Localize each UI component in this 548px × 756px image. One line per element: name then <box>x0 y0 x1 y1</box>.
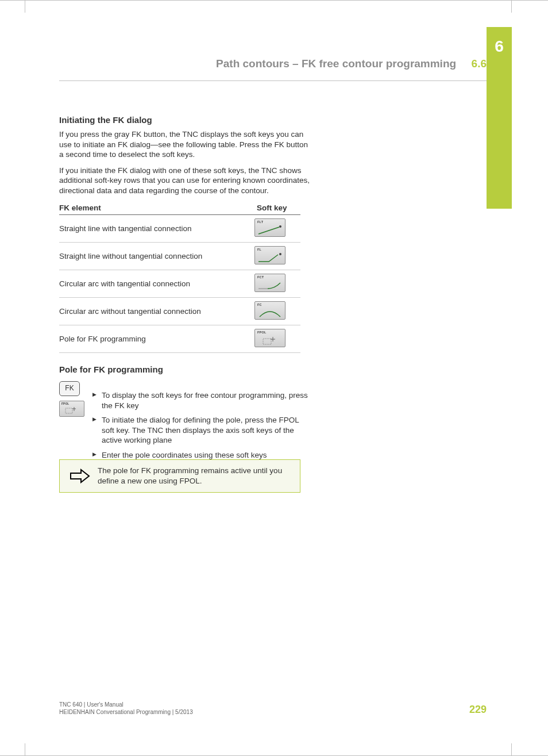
fk-desc: Circular arc without tangential connecti… <box>59 298 254 325</box>
softkey-label: FLT <box>257 220 263 224</box>
softkey-fpol-small: FPOL <box>59 401 84 417</box>
chapter-tab: 6 <box>487 27 512 209</box>
straight-tangent-icon <box>257 225 284 236</box>
note-arrow-icon <box>65 466 94 486</box>
crop-tick <box>25 0 25 13</box>
table-row: Pole for FK programming FPOL <box>59 325 300 353</box>
section-initiating: Initiating the FK dialog If you press th… <box>59 115 312 353</box>
page-title: Path contours – FK free contour programm… <box>216 57 456 70</box>
section-pole: Pole for FK programming FK FPOL To displ… <box>59 364 312 474</box>
page-footer: TNC 640 | User's Manual HEIDENHAIN Conve… <box>59 701 487 716</box>
step: To display the soft keys for free contou… <box>92 390 312 410</box>
softkey-label: FCT <box>257 275 264 279</box>
softkey-fpol: FPOL <box>254 329 285 347</box>
arc-tangent-icon <box>257 280 284 291</box>
softkey-fc: FC <box>254 301 285 320</box>
table-row: Circular arc with tangential connection … <box>59 270 300 298</box>
table-row: Circular arc without tangential connecti… <box>59 298 300 325</box>
arc-icon <box>257 308 284 319</box>
fk-desc: Straight line without tangential connect… <box>59 243 254 270</box>
fk-table: FK element Soft key Straight line with t… <box>59 201 300 353</box>
svg-rect-7 <box>65 408 72 413</box>
step: Enter the pole coordinates using these s… <box>92 450 312 460</box>
crop-mark-top <box>0 0 548 1</box>
softkey-fct: FCT <box>254 274 285 292</box>
footer-line1: TNC 640 | User's Manual <box>59 701 124 708</box>
svg-line-0 <box>258 227 279 234</box>
crop-tick <box>511 743 512 756</box>
softkey-label: FC <box>257 303 262 306</box>
pole-icon <box>62 406 82 415</box>
fk-desc: Pole for FK programming <box>59 325 254 353</box>
svg-rect-4 <box>263 339 271 344</box>
softkey-fl: FL <box>254 246 285 264</box>
svg-point-2 <box>279 253 281 255</box>
svg-point-1 <box>279 225 281 228</box>
softkey-label: FPOL <box>257 331 266 334</box>
fk-table-col-softkey: Soft key <box>254 201 300 215</box>
page-number: 229 <box>469 704 487 716</box>
footer-line2: HEIDENHAIN Conversational Programming | … <box>59 709 193 715</box>
section-number: 6.6 <box>472 57 487 70</box>
heading-pole: Pole for FK programming <box>59 364 312 374</box>
softkey-flt: FLT <box>254 218 285 237</box>
page-header: Path contours – FK free contour programm… <box>59 57 487 81</box>
straight-icon <box>257 252 284 264</box>
para: If you initiate the FK dialog with one o… <box>59 166 312 196</box>
chapter-number: 6 <box>487 37 512 56</box>
table-row: Straight line without tangential connect… <box>59 243 300 270</box>
pole-icon <box>257 335 284 347</box>
step: To initiate the dialog for defining the … <box>92 415 312 446</box>
note-box: The pole for FK programming remains acti… <box>59 460 300 493</box>
crop-tick <box>25 743 25 756</box>
table-row: Straight line with tangential connection… <box>59 215 300 243</box>
step-list: To display the soft keys for free contou… <box>92 390 312 465</box>
fk-desc: Straight line with tangential connection <box>59 215 254 243</box>
fk-table-col-element: FK element <box>59 201 254 215</box>
para: If you press the gray FK button, the TNC… <box>59 129 312 160</box>
fk-key: FK <box>59 381 80 396</box>
softkey-label: FL <box>257 248 261 251</box>
crop-tick <box>511 0 512 13</box>
note-text: The pole for FK programming remains acti… <box>94 466 294 486</box>
footer-meta: TNC 640 | User's Manual HEIDENHAIN Conve… <box>59 701 193 716</box>
heading-initiating: Initiating the FK dialog <box>59 115 312 125</box>
softkey-label: FPOL <box>61 402 69 405</box>
fk-desc: Circular arc with tangential connection <box>59 270 254 298</box>
